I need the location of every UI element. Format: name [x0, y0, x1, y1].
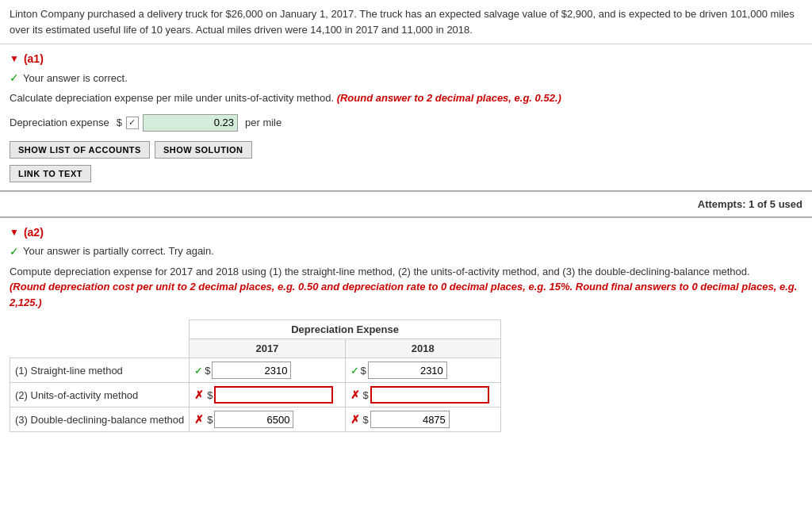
row2-2018-cell: ✗ $: [345, 383, 500, 407]
row2-2017-cell: ✗ $: [190, 383, 345, 407]
row3-2018-cell: ✗ $: [345, 407, 500, 432]
row3-2017-input[interactable]: [214, 411, 293, 428]
section-a1: ▼ (a1) ✓ Your answer is correct. Calcula…: [0, 44, 812, 192]
row1-2017-cell: ✓ $: [190, 358, 345, 383]
depreciation-table-wrapper: Depreciation Expense 2017 2018 (1) Strai…: [10, 319, 802, 432]
collapse-triangle-a2[interactable]: ▼: [10, 227, 19, 238]
a2-partial-text: Your answer is partially correct. Try ag…: [23, 245, 214, 257]
collapse-triangle-a1[interactable]: ▼: [10, 53, 19, 64]
a1-label: Depreciation expense: [10, 117, 109, 128]
show-solution-button[interactable]: SHOW SOLUTION: [155, 141, 252, 159]
row3-2017-wrapper: ✗ $: [194, 411, 339, 428]
show-list-button[interactable]: SHOW LIST OF ACCOUNTS: [10, 141, 150, 159]
row1-2018-dollar: $: [361, 365, 366, 377]
row2-2018-dollar: $: [363, 389, 369, 401]
problem-text: Linton Company purchased a delivery truc…: [0, 0, 812, 44]
row2-2018-wrapper: ✗ $: [350, 386, 496, 404]
row1-2017-wrapper: ✓ $: [194, 362, 339, 379]
table-row: (1) Straight-line method ✓ $ ✓ $: [10, 358, 501, 383]
row2-2017-x: ✗: [194, 388, 204, 401]
col-2017-header: 2017: [190, 339, 345, 358]
row3-2017-cell: ✗ $: [190, 407, 345, 432]
a1-title: (a1): [24, 52, 44, 65]
row1-2017-check: ✓: [194, 365, 203, 377]
link-to-text-button[interactable]: LINK TO TEXT: [10, 165, 91, 182]
a1-header: ▼ (a1): [10, 52, 802, 65]
attempts-row: Attempts: 1 of 5 used: [0, 192, 812, 218]
row2-2017-dollar: $: [207, 389, 213, 401]
row3-2017-dollar: $: [207, 414, 213, 426]
table-row: (3) Double-declining-balance method ✗ $ …: [10, 407, 501, 432]
a1-correct-message: ✓ Your answer is correct.: [10, 71, 802, 84]
row2-label: (2) Units-of-activity method: [10, 383, 190, 407]
a1-unit: per mile: [245, 117, 282, 128]
a2-partial-msg: ✓ Your answer is partially correct. Try …: [10, 245, 802, 258]
a2-round-note: (Round depreciation cost per unit to 2 d…: [10, 281, 797, 308]
a1-dollar: $: [117, 117, 122, 128]
a1-calc-text: Calculate depreciation expense per mile …: [10, 90, 802, 106]
a1-checkbox: [126, 117, 139, 129]
a2-instruction: Compute depreciation expense for 2017 an…: [10, 266, 750, 277]
depreciation-table: Depreciation Expense 2017 2018 (1) Strai…: [10, 319, 501, 432]
a2-calc-text: Compute depreciation expense for 2017 an…: [10, 264, 802, 311]
a1-instruction: Calculate depreciation expense per mile …: [10, 92, 334, 104]
row3-2017-x: ✗: [194, 413, 204, 426]
row2-2017-wrapper: ✗ $: [194, 386, 339, 404]
table-row: (2) Units-of-activity method ✗ $ ✗: [10, 383, 501, 407]
row2-2017-input[interactable]: [214, 386, 333, 404]
row3-2018-wrapper: ✗ $: [350, 411, 496, 428]
checkmark-icon-a2: ✓: [10, 245, 19, 258]
dep-expense-header: Depreciation Expense: [190, 320, 501, 339]
row2-2018-x: ✗: [350, 388, 360, 401]
row1-2018-input[interactable]: [368, 362, 447, 379]
a1-value-input[interactable]: [143, 114, 238, 132]
col-2018-header: 2018: [345, 339, 500, 358]
row1-2018-check: ✓: [350, 365, 359, 377]
attempts-text: Attempts: 1 of 5 used: [698, 198, 802, 210]
row1-label: (1) Straight-line method: [10, 358, 190, 383]
row1-2017-input[interactable]: [212, 362, 291, 379]
row3-label: (3) Double-declining-balance method: [10, 407, 190, 432]
row1-2017-dollar: $: [205, 365, 210, 377]
row1-2018-cell: ✓ $: [345, 358, 500, 383]
section-a2: ▼ (a2) ✓ Your answer is partially correc…: [0, 218, 812, 441]
row3-2018-dollar: $: [363, 414, 369, 426]
row3-2018-input[interactable]: [370, 411, 450, 428]
row1-2018-wrapper: ✓ $: [350, 362, 496, 379]
a1-link-row: LINK TO TEXT: [10, 165, 802, 182]
a2-title: (a2): [24, 226, 44, 239]
page-container: Linton Company purchased a delivery truc…: [0, 0, 812, 505]
a1-input-row: Depreciation expense $ per mile: [10, 114, 802, 132]
a1-round-note: (Round answer to 2 decimal places, e.g. …: [337, 92, 561, 104]
a1-button-row: SHOW LIST OF ACCOUNTS SHOW SOLUTION: [10, 141, 802, 159]
a2-header: ▼ (a2): [10, 226, 802, 239]
checkmark-icon-a1: ✓: [10, 71, 19, 84]
a1-correct-text: Your answer is correct.: [23, 72, 128, 84]
problem-description: Linton Company purchased a delivery truc…: [10, 8, 795, 36]
row2-2018-input[interactable]: [370, 386, 489, 404]
row3-2018-x: ✗: [350, 413, 360, 426]
